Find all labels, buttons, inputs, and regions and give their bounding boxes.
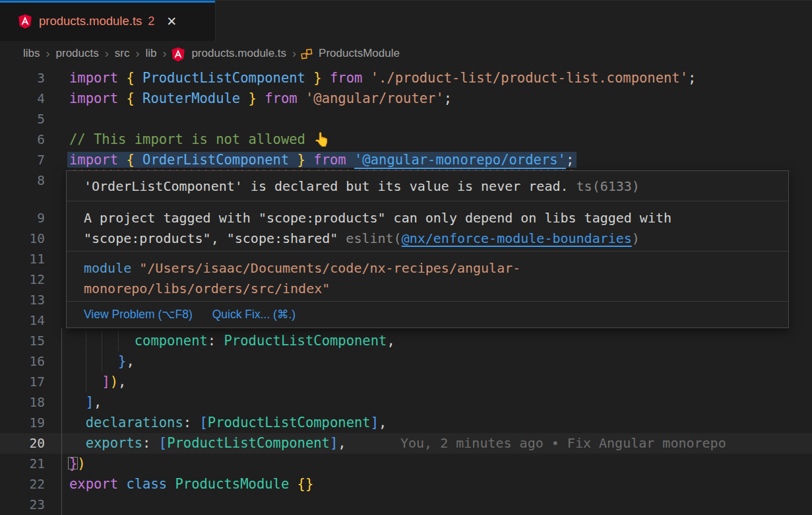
code-token: ; <box>566 152 574 168</box>
code-line-4[interactable]: import { RouterModule } from '@angular/r… <box>69 88 452 109</box>
line-number-14[interactable]: 14 <box>0 310 45 331</box>
class-icon <box>301 48 313 60</box>
code-token: , <box>379 415 387 430</box>
code-line-21[interactable]: }) <box>69 454 86 474</box>
line-number-3[interactable]: 3 <box>0 68 45 88</box>
module-keyword: module <box>84 260 131 276</box>
git-blame-annotation: You, 2 minutes ago • Fix Angular monorep… <box>400 433 726 454</box>
line-number-17[interactable]: 17 <box>0 372 45 392</box>
code-line-3[interactable]: import { ProductListComponent } from './… <box>69 68 696 88</box>
line-number-18[interactable]: 18 <box>0 392 45 413</box>
code-line-15[interactable]: component: ProductListComponent, <box>69 331 395 351</box>
breadcrumb-item-products-module-ts[interactable]: products.module.ts <box>191 47 286 60</box>
code-token: [ <box>199 415 207 430</box>
line-number-16[interactable]: 16 <box>0 351 45 372</box>
code-line-17[interactable]: ]), <box>69 372 126 392</box>
line-number-9[interactable]: 9 <box>0 208 45 228</box>
line-number-19[interactable]: 19 <box>0 413 45 433</box>
line-number-5[interactable]: 5 <box>0 109 45 129</box>
ts-error-message: 'OrderListComponent' is declared but its… <box>67 171 788 201</box>
line-number-21[interactable]: 21 <box>0 454 45 474</box>
code-token: } <box>289 152 313 168</box>
quick-fix-action[interactable]: Quick Fix... (⌘.) <box>212 308 296 321</box>
code-token: from <box>313 152 354 168</box>
code-token: : <box>142 435 159 451</box>
code-editor: 34567891011121314151617181920212223 impo… <box>0 66 812 515</box>
tab-title: products.module.ts <box>39 14 142 28</box>
code-token: : <box>183 415 200 430</box>
code-token: , <box>118 374 126 390</box>
line-number-10[interactable]: 10 <box>0 228 45 249</box>
breadcrumb-item-src[interactable]: src <box>115 47 130 60</box>
code-token: ProductListComponent <box>167 435 330 451</box>
code-token: , <box>338 435 346 451</box>
line-number-22[interactable]: 22 <box>0 474 45 495</box>
code-token: ) <box>110 374 118 390</box>
breadcrumb-item-productsmodule[interactable]: ProductsModule <box>319 47 400 60</box>
code-token: } <box>118 353 126 369</box>
code-token: declarations <box>86 415 183 430</box>
code-line-18[interactable]: ], <box>69 392 102 413</box>
indent-guide <box>118 331 119 351</box>
breadcrumb-item-lib[interactable]: lib <box>145 47 156 60</box>
line-number-12[interactable]: 12 <box>0 269 45 290</box>
code-token: ; <box>444 90 452 106</box>
chevron-right-icon: › <box>105 47 109 61</box>
code-token: : <box>208 333 224 349</box>
chevron-right-icon: › <box>162 47 166 61</box>
line-number-23[interactable]: 23 <box>0 495 45 515</box>
code-line-6[interactable]: // This import is not allowed 👆 <box>69 129 330 150</box>
code-token: , <box>126 353 134 369</box>
code-token: import <box>69 70 126 86</box>
code-token: { <box>126 70 142 86</box>
code-line-19[interactable]: declarations: [ProductListComponent], <box>69 413 387 433</box>
eslint-error-line2: "scope:products", "scope:shared" eslint(… <box>84 228 788 249</box>
code-token: ProductListComponent <box>142 70 305 86</box>
indent-guide <box>86 331 86 351</box>
angular-icon <box>171 47 185 62</box>
line-number-20[interactable]: 20 <box>0 433 45 454</box>
indent-guide <box>86 351 86 372</box>
code-token: import <box>69 90 126 106</box>
eslint-rule-link[interactable]: @nx/enforce-module-boundaries <box>402 230 632 246</box>
close-icon[interactable]: ✕ <box>166 14 177 29</box>
code-token: ProductListComponent <box>224 333 387 349</box>
code-line-16[interactable]: }, <box>69 351 135 372</box>
code-token: exports <box>86 435 142 451</box>
line-number-6[interactable]: 6 <box>0 129 45 150</box>
line-number-8[interactable]: 8 <box>0 170 45 191</box>
line-number-7[interactable]: 7 <box>0 150 45 170</box>
code-token: from <box>330 70 371 86</box>
code-token <box>69 435 86 451</box>
code-token: RouterModule <box>142 90 240 106</box>
code-token: './product-list/product-list.component' <box>371 70 688 86</box>
indent-guide <box>102 331 102 351</box>
line-number-15[interactable]: 15 <box>0 331 45 351</box>
code-token: '@angular-monorepo/orders' <box>354 152 566 168</box>
code-token: } <box>69 456 77 471</box>
indent-guide <box>102 351 102 372</box>
code-line-22[interactable]: export class ProductsModule {} <box>69 474 313 495</box>
chevron-right-icon: › <box>292 47 296 61</box>
breadcrumb-item-products[interactable]: products <box>56 47 99 60</box>
line-number-11[interactable]: 11 <box>0 249 45 269</box>
angular-icon <box>18 14 32 29</box>
eslint-error-line1: A project tagged with "scope:products" c… <box>84 208 788 228</box>
code-token: {} <box>297 476 314 492</box>
tab-bar: products.module.ts 2 ✕ <box>0 0 812 41</box>
chevron-right-icon: › <box>46 47 50 61</box>
line-number-13[interactable]: 13 <box>0 290 45 310</box>
code-token: ] <box>330 435 338 451</box>
tab-products-module[interactable]: products.module.ts 2 ✕ <box>0 1 216 42</box>
line-number-4[interactable]: 4 <box>0 88 45 109</box>
code-line-7[interactable]: import { OrderListComponent } from '@ang… <box>69 150 577 170</box>
code-token: // This import is not allowed <box>69 131 313 147</box>
code-token: OrderListComponent <box>142 152 289 168</box>
code-token: ; <box>688 70 696 86</box>
chevron-right-icon: › <box>135 47 139 61</box>
view-problem-action[interactable]: View Problem (⌥F8) <box>84 308 193 321</box>
code-token: ] <box>86 394 94 410</box>
code-token: { <box>126 90 142 106</box>
code-line-20[interactable]: exports: [ProductListComponent], <box>69 433 346 454</box>
breadcrumb-item-libs[interactable]: libs <box>23 47 40 60</box>
